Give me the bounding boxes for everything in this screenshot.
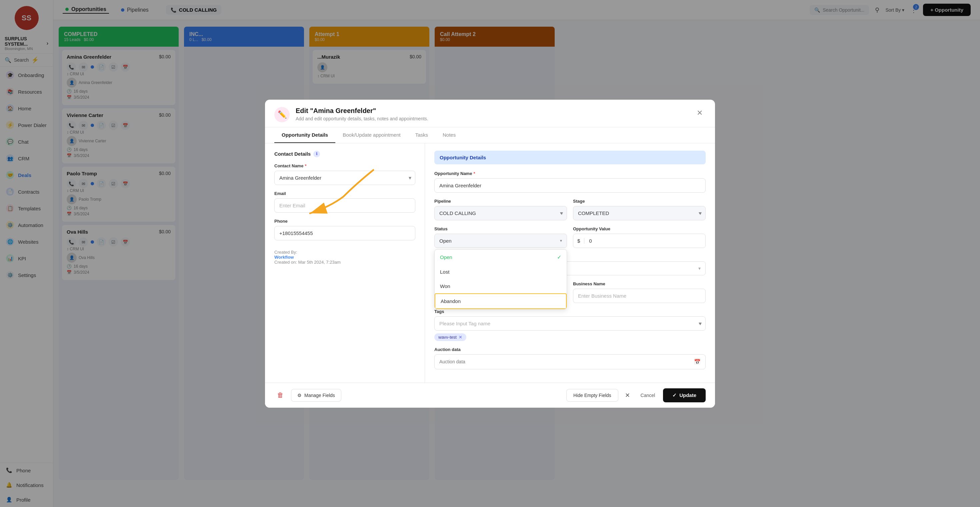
tag-item: wavv-test ✕ — [434, 333, 466, 341]
auction-input: 📅 — [434, 354, 706, 369]
hide-empty-label: Hide Empty Fields — [573, 393, 611, 398]
stage-label: Stage — [573, 199, 706, 203]
modal-footer: 🗑 ⚙ Manage Fields Hide Empty Fields ✕ Ca… — [265, 383, 715, 408]
manage-fields-button[interactable]: ⚙ Manage Fields — [291, 389, 341, 402]
tags-placeholder: Please Input Tag name — [439, 321, 490, 326]
tags-group: Tags Please Input Tag name ▾ wavv-test ✕ — [434, 309, 706, 341]
tab-opportunity-details[interactable]: Opportunity Details — [274, 127, 335, 143]
modal-right-panel: Opportunity Details Opportunity Name * P… — [425, 143, 715, 383]
pipeline-chevron-icon: ▾ — [560, 211, 562, 215]
status-option-lost[interactable]: Lost — [435, 265, 567, 279]
business-col: Business Name — [573, 281, 706, 303]
contact-details-label: Contact Details — [274, 151, 311, 157]
contact-details-header: Contact Details ℹ — [274, 151, 415, 157]
stage-value: COMPLETED — [578, 210, 609, 216]
business-name-input[interactable] — [573, 289, 706, 303]
tab-label-book: Book/Update appointment — [343, 132, 400, 138]
opp-name-label: Opportunity Name * — [434, 171, 706, 176]
followers-chevron-icon: ▾ — [698, 265, 701, 271]
status-col: Status Open ▾ Open ✓ — [434, 226, 567, 248]
contact-name-select-wrapper: Amina Greenfelder — [274, 171, 415, 185]
email-input[interactable] — [274, 198, 415, 213]
pipeline-select[interactable]: COLD CALLING ▾ — [434, 206, 567, 220]
stage-select-wrapper: COMPLETED ▾ — [573, 206, 706, 220]
created-on-label: Created on: Mar 5th 2024, 7:23am — [274, 260, 415, 265]
pipeline-value: COLD CALLING — [439, 210, 476, 216]
manage-fields-label: Manage Fields — [304, 393, 335, 398]
status-lost-label: Lost — [440, 269, 449, 275]
tab-tasks[interactable]: Tasks — [408, 127, 435, 143]
status-open-label: Open — [440, 254, 452, 260]
tags-label: Tags — [434, 309, 706, 314]
email-group: Email — [274, 191, 415, 213]
contact-name-label: Contact Name * — [274, 163, 415, 168]
pipeline-select-wrapper: COLD CALLING ▾ — [434, 206, 567, 220]
opp-name-input[interactable] — [434, 178, 706, 193]
pipeline-label: Pipeline — [434, 199, 567, 203]
contact-name-value: Amina Greenfelder — [279, 175, 321, 181]
opp-details-label: Opportunity Details — [440, 155, 486, 161]
opp-name-group: Opportunity Name * — [434, 171, 706, 193]
tags-chevron-icon: ▾ — [698, 321, 701, 326]
status-abandon-label: Abandon — [441, 298, 461, 304]
status-won-label: Won — [440, 283, 450, 289]
stage-select[interactable]: COMPLETED ▾ — [573, 206, 706, 220]
pipeline-stage-row: Pipeline COLD CALLING ▾ Stage — [434, 199, 706, 220]
status-dropdown-wrapper: Open ▾ Open ✓ Lost — [434, 234, 567, 248]
opp-value-input-row: $ — [573, 234, 706, 248]
calendar-auction-icon[interactable]: 📅 — [694, 359, 701, 365]
status-option-abandon[interactable]: Abandon — [435, 293, 567, 309]
tags-select-wrapper: Please Input Tag name ▾ — [434, 316, 706, 331]
modal-tabs: Opportunity Details Book/Update appointm… — [265, 127, 715, 143]
x-button[interactable]: ✕ — [622, 389, 633, 402]
contact-name-input[interactable]: Amina Greenfelder — [274, 171, 415, 185]
email-label: Email — [274, 191, 415, 196]
cancel-button[interactable]: Cancel — [637, 389, 659, 401]
modal-body: Contact Details ℹ Contact Name * Amina G… — [265, 143, 715, 383]
tag-remove-button[interactable]: ✕ — [459, 335, 462, 340]
modal-title: Edit "Amina Greenfelder" — [296, 107, 428, 114]
modal-close-button[interactable]: ✕ — [694, 107, 706, 119]
tab-label-notes: Notes — [443, 132, 456, 138]
status-select[interactable]: Open ▾ — [434, 234, 567, 248]
pipeline-col: Pipeline COLD CALLING ▾ — [434, 199, 567, 220]
created-by-section: Created By: Workflow Created on: Mar 5th… — [274, 250, 415, 265]
stage-col: Stage COMPLETED ▾ — [573, 199, 706, 220]
update-button[interactable]: ✓ Update — [663, 388, 706, 402]
tab-label-opportunity: Opportunity Details — [282, 132, 328, 138]
required-star2: * — [473, 171, 475, 176]
status-option-won[interactable]: Won — [435, 279, 567, 293]
opportunity-details-header: Opportunity Details — [434, 151, 706, 164]
status-dropdown-menu: Open ✓ Lost Won Abandon — [434, 250, 567, 309]
modal-subtitle: Add and edit opportunity details, tasks,… — [296, 116, 428, 121]
auction-group: Auction data 📅 — [434, 347, 706, 369]
edit-opportunity-modal: ✏️ Edit "Amina Greenfelder" Add and edit… — [265, 100, 715, 408]
dollar-sign: $ — [573, 238, 584, 244]
hide-empty-button[interactable]: Hide Empty Fields — [566, 389, 618, 402]
footer-right: Hide Empty Fields ✕ Cancel ✓ Update — [566, 388, 706, 402]
phone-group: Phone — [274, 219, 415, 240]
tab-notes[interactable]: Notes — [435, 127, 463, 143]
auction-text-input[interactable] — [439, 359, 694, 364]
status-option-open[interactable]: Open ✓ — [435, 250, 567, 265]
opp-value-col: Opportunity Value $ — [573, 226, 706, 248]
tags-input[interactable]: Please Input Tag name ▾ — [434, 316, 706, 331]
modal-left-panel: Contact Details ℹ Contact Name * Amina G… — [265, 143, 425, 383]
manage-fields-icon: ⚙ — [298, 393, 302, 398]
update-label: Update — [679, 393, 696, 398]
created-by-label: Created By: — [274, 250, 415, 255]
delete-button[interactable]: 🗑 — [274, 389, 286, 402]
opp-value-input[interactable] — [584, 234, 705, 248]
status-value: Open — [439, 238, 452, 244]
phone-label: Phone — [274, 219, 415, 224]
status-check-icon: ✓ — [557, 254, 562, 260]
opp-value-label: Opportunity Value — [573, 226, 706, 231]
modal-header: ✏️ Edit "Amina Greenfelder" Add and edit… — [265, 100, 715, 127]
status-chevron-icon: ▾ — [560, 238, 562, 243]
auction-label: Auction data — [434, 347, 706, 352]
required-star: * — [305, 163, 306, 168]
tab-label-tasks: Tasks — [415, 132, 428, 138]
phone-input[interactable] — [274, 226, 415, 240]
tab-book-appointment[interactable]: Book/Update appointment — [335, 127, 408, 143]
update-check-icon: ✓ — [672, 393, 677, 398]
